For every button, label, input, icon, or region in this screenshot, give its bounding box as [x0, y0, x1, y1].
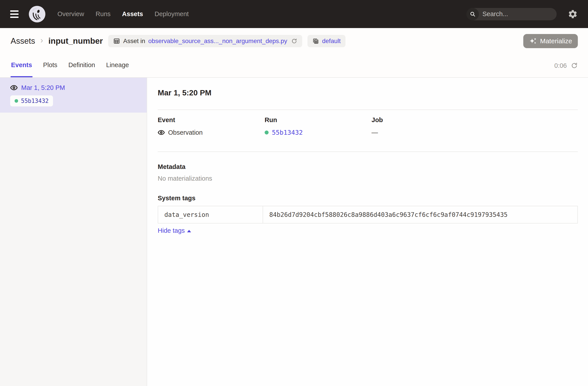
- tab-events[interactable]: Events: [11, 54, 32, 77]
- search-box[interactable]: /: [466, 8, 557, 20]
- asset-file-link[interactable]: observable_source_ass..._non_argument_de…: [148, 38, 287, 45]
- chevron-right-icon: ›: [41, 37, 43, 46]
- tab-plots[interactable]: Plots: [43, 54, 58, 77]
- asset-definition-badge: Asset in observable_source_ass..._non_ar…: [108, 35, 302, 47]
- workspace-icon: [312, 38, 319, 44]
- event-date: Mar 1, 5:20 PM: [21, 84, 65, 91]
- event-column-label: Event: [158, 116, 265, 124]
- search-icon: [466, 8, 479, 20]
- system-tags-table: data_version 84b26d7d9204cbf588026c8a988…: [158, 206, 578, 223]
- run-id: 55b13432: [21, 98, 49, 104]
- nav-runs[interactable]: Runs: [96, 10, 111, 18]
- job-empty-value: —: [372, 128, 378, 137]
- tab-lineage[interactable]: Lineage: [106, 54, 129, 77]
- job-column: Job —: [372, 116, 578, 137]
- asset-tabs: Events Plots Definition Lineage 0:06: [0, 54, 588, 78]
- event-type-value: Observation: [168, 128, 203, 137]
- dagster-logo-icon[interactable]: [28, 5, 46, 23]
- sparkles-icon: [529, 37, 537, 45]
- event-detail-panel: Mar 1, 5:20 PM Event Observation: [147, 78, 588, 386]
- reload-definition-icon[interactable]: [291, 38, 297, 44]
- asset-badge-prefix: Asset in: [123, 38, 145, 45]
- system-tags-heading: System tags: [158, 194, 578, 202]
- metadata-empty-text: No materializations: [158, 174, 578, 183]
- divider: [158, 110, 578, 110]
- chevron-up-icon: [187, 230, 191, 232]
- settings-gear-icon[interactable]: [568, 9, 578, 19]
- event-detail-title: Mar 1, 5:20 PM: [158, 88, 578, 98]
- run-column: Run 55b13432: [265, 116, 372, 137]
- run-status-dot: [265, 130, 269, 135]
- search-input[interactable]: [479, 10, 557, 18]
- event-column: Event Observation: [158, 116, 265, 137]
- run-status-dot: [15, 99, 18, 103]
- tag-key-cell: data_version: [158, 206, 263, 223]
- metadata-heading: Metadata: [158, 163, 578, 171]
- run-column-label: Run: [265, 116, 372, 124]
- breadcrumb: Assets › input_number Asset in observabl…: [0, 28, 588, 54]
- code-location-label: default: [322, 38, 341, 45]
- materialize-label: Materialize: [540, 37, 572, 45]
- nav-assets[interactable]: Assets: [122, 10, 143, 18]
- nav-deployment[interactable]: Deployment: [155, 10, 189, 18]
- table-row: data_version 84b26d7d9204cbf588026c8a988…: [158, 206, 578, 223]
- primary-nav: Overview Runs Assets Deployment: [57, 10, 189, 18]
- tag-value-cell: 84b26d7d9204cbf588026c8a9886d403a6c9637c…: [263, 206, 578, 223]
- run-id-badge[interactable]: 55b13432: [10, 95, 53, 106]
- divider: [158, 151, 578, 152]
- top-navbar: Overview Runs Assets Deployment /: [0, 0, 588, 28]
- page-title: input_number: [48, 37, 103, 46]
- event-list-item-selected[interactable]: Mar 1, 5:20 PM 55b13432: [0, 78, 147, 113]
- event-list-sidebar: Mar 1, 5:20 PM 55b13432: [0, 78, 147, 386]
- observation-eye-icon: [10, 84, 18, 91]
- hide-tags-link[interactable]: Hide tags: [158, 227, 191, 234]
- code-location-badge[interactable]: default: [308, 35, 345, 47]
- table-icon: [113, 38, 120, 45]
- refresh-countdown: 0:06: [554, 62, 567, 69]
- breadcrumb-assets-link[interactable]: Assets: [11, 37, 35, 46]
- run-id-link[interactable]: 55b13432: [272, 128, 303, 137]
- tab-definition[interactable]: Definition: [68, 54, 96, 77]
- refresh-icon[interactable]: [571, 62, 578, 69]
- nav-overview[interactable]: Overview: [57, 10, 84, 18]
- menu-icon[interactable]: [10, 10, 20, 18]
- hide-tags-label: Hide tags: [158, 227, 185, 234]
- job-column-label: Job: [372, 116, 578, 124]
- materialize-button[interactable]: Materialize: [523, 34, 578, 48]
- observation-eye-icon: [158, 129, 165, 136]
